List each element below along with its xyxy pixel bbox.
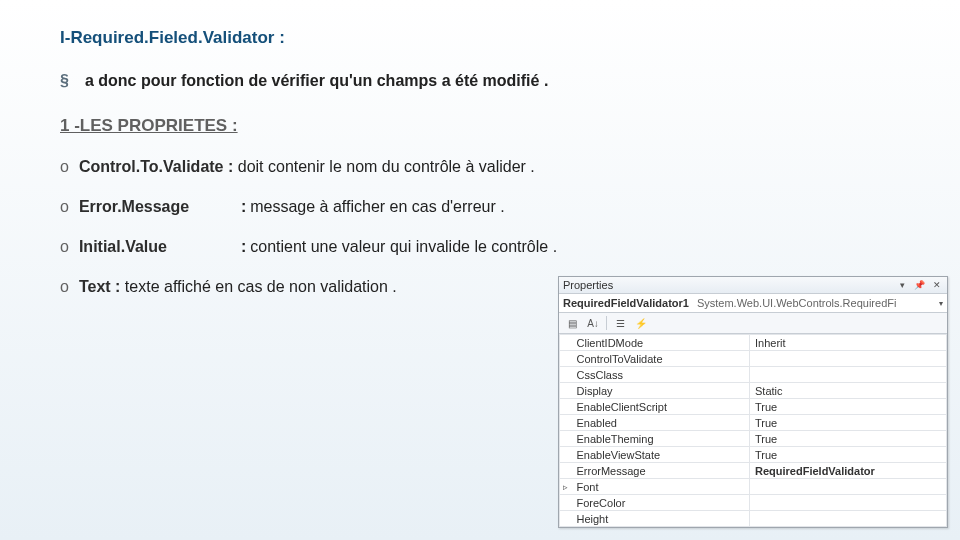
property-desc: doit contenir le nom du contrôle à valid… xyxy=(238,158,535,176)
panel-titlebar: Properties ▾ 📌 ✕ xyxy=(559,277,947,294)
bullet-o: o xyxy=(60,278,69,296)
property-value[interactable]: True xyxy=(750,431,947,447)
alphabetical-button[interactable]: A↓ xyxy=(584,315,602,331)
expand-icon xyxy=(560,463,572,479)
divider xyxy=(606,316,607,330)
property-value[interactable]: Inherit xyxy=(750,335,947,351)
section-title: I-Required.Fieled.Validator : xyxy=(60,28,960,48)
properties-heading: 1 -LES PROPRIETES : xyxy=(60,116,960,136)
chevron-down-icon: ▾ xyxy=(939,299,943,308)
property-row[interactable]: Height xyxy=(560,511,947,527)
property-colon: : xyxy=(241,238,246,256)
property-key: EnableClientScript xyxy=(572,399,750,415)
expand-icon xyxy=(560,431,572,447)
property-value[interactable] xyxy=(750,351,947,367)
property-value[interactable]: RequiredFieldValidator xyxy=(750,463,947,479)
expand-icon xyxy=(560,495,572,511)
close-icon[interactable]: ✕ xyxy=(930,280,943,291)
property-error-message: o Error.Message : message à afficher en … xyxy=(60,198,960,216)
property-label: Control.To.Validate : xyxy=(79,158,233,176)
property-row[interactable]: EnableThemingTrue xyxy=(560,431,947,447)
property-desc: texte affiché en cas de non validation . xyxy=(125,278,397,296)
categorized-button[interactable]: ▤ xyxy=(563,315,581,331)
bullet-o: o xyxy=(60,198,69,216)
expand-icon xyxy=(560,447,572,463)
property-desc: message à afficher en cas d'erreur . xyxy=(250,198,504,216)
property-row[interactable]: EnableClientScriptTrue xyxy=(560,399,947,415)
expand-icon xyxy=(560,511,572,527)
property-row[interactable]: DisplayStatic xyxy=(560,383,947,399)
property-key: EnableViewState xyxy=(572,447,750,463)
property-desc: contient une valeur qui invalide le cont… xyxy=(250,238,557,256)
expand-icon xyxy=(560,367,572,383)
property-row[interactable]: ForeColor xyxy=(560,495,947,511)
property-key: ErrorMessage xyxy=(572,463,750,479)
dropdown-icon[interactable]: ▾ xyxy=(896,280,909,291)
property-initial-value: o Initial.Value : contient une valeur qu… xyxy=(60,238,960,256)
property-value[interactable] xyxy=(750,511,947,527)
expand-icon xyxy=(560,383,572,399)
events-button[interactable]: ⚡ xyxy=(632,315,650,331)
property-row[interactable]: ClientIDModeInherit xyxy=(560,335,947,351)
property-value[interactable] xyxy=(750,495,947,511)
property-value[interactable]: True xyxy=(750,447,947,463)
intro-row: § a donc pour fonction de vérifier qu'un… xyxy=(60,72,960,90)
property-row[interactable]: EnableViewStateTrue xyxy=(560,447,947,463)
expand-icon[interactable]: ▹ xyxy=(560,479,572,495)
property-colon: : xyxy=(241,198,246,216)
panel-toolbar: ▤ A↓ ☰ ⚡ xyxy=(559,313,947,334)
property-label: Error.Message xyxy=(79,198,241,216)
bullet-o: o xyxy=(60,238,69,256)
properties-button[interactable]: ☰ xyxy=(611,315,629,331)
expand-icon xyxy=(560,351,572,367)
object-selector[interactable]: RequiredFieldValidator1 System.Web.UI.We… xyxy=(559,294,947,313)
property-row[interactable]: ErrorMessageRequiredFieldValidator xyxy=(560,463,947,479)
property-key: Enabled xyxy=(572,415,750,431)
bullet-o: o xyxy=(60,158,69,176)
bullet-square: § xyxy=(60,72,69,90)
property-key: Display xyxy=(572,383,750,399)
expand-icon xyxy=(560,399,572,415)
property-value[interactable]: True xyxy=(750,415,947,431)
property-key: EnableTheming xyxy=(572,431,750,447)
property-key: ControlToValidate xyxy=(572,351,750,367)
property-label: Text : xyxy=(79,278,120,296)
pin-icon[interactable]: 📌 xyxy=(913,280,926,291)
properties-panel: Properties ▾ 📌 ✕ RequiredFieldValidator1… xyxy=(558,276,948,528)
property-value[interactable]: True xyxy=(750,399,947,415)
property-value[interactable]: Static xyxy=(750,383,947,399)
panel-title-text: Properties xyxy=(563,279,613,291)
property-row[interactable]: ControlToValidate xyxy=(560,351,947,367)
expand-icon xyxy=(560,415,572,431)
property-key: ForeColor xyxy=(572,495,750,511)
property-label: Initial.Value xyxy=(79,238,241,256)
property-key: Font xyxy=(572,479,750,495)
property-key: Height xyxy=(572,511,750,527)
property-grid: ClientIDModeInheritControlToValidateCssC… xyxy=(559,334,947,527)
property-row[interactable]: CssClass xyxy=(560,367,947,383)
property-key: CssClass xyxy=(572,367,750,383)
expand-icon xyxy=(560,335,572,351)
object-type: System.Web.UI.WebControls.RequiredFi xyxy=(697,297,897,309)
property-control-to-validate: o Control.To.Validate : doit contenir le… xyxy=(60,158,960,176)
property-row[interactable]: EnabledTrue xyxy=(560,415,947,431)
property-row[interactable]: ▹Font xyxy=(560,479,947,495)
intro-text: a donc pour fonction de vérifier qu'un c… xyxy=(85,72,548,90)
property-value[interactable] xyxy=(750,367,947,383)
property-key: ClientIDMode xyxy=(572,335,750,351)
property-value[interactable] xyxy=(750,479,947,495)
object-name: RequiredFieldValidator1 xyxy=(563,297,689,309)
